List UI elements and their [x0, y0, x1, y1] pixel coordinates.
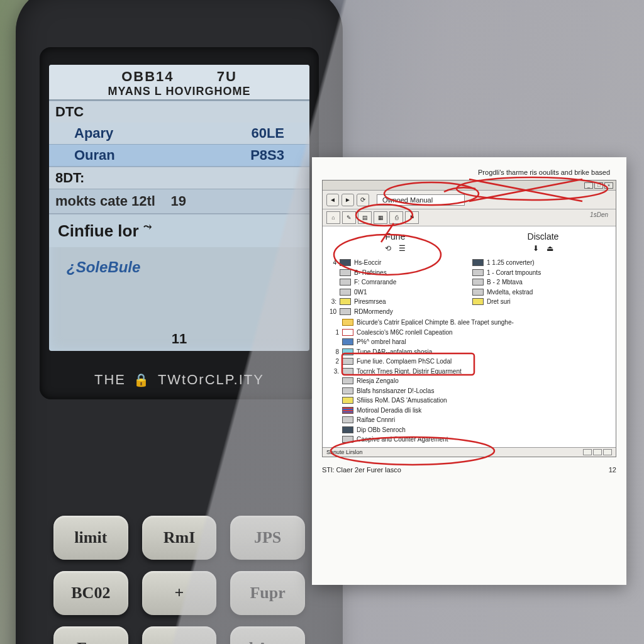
list-item[interactable]: B - 2 Mbtava — [472, 277, 611, 287]
key-rmi[interactable]: RmI — [142, 516, 217, 560]
maximize-icon[interactable]: □ — [594, 182, 603, 189]
page-footer: STl: Claer 2er Furer lasco 12 — [322, 466, 616, 474]
list-item[interactable]: 0W1 — [328, 287, 466, 297]
mokts-row: mokts cate 12tl 19 — [49, 189, 309, 214]
address-field[interactable]: Ownoed Manual — [377, 194, 465, 206]
device-keypad: limit RmI JPS BC02 + Fupr Fup l App — [53, 516, 305, 644]
dtc-row2-right: P8S3 — [250, 147, 284, 164]
key-jps[interactable]: JPS — [230, 516, 305, 560]
list-item[interactable]: 8Tune DAR--anfalam shosia — [328, 347, 611, 357]
list-item[interactable]: 10RDMormendy — [328, 307, 466, 317]
lock-icon: 🔒 — [133, 372, 150, 387]
list-item[interactable]: Dip OBb Senroch — [328, 425, 611, 435]
list-item[interactable]: Sfiiiss RoM. DAS 'Amusatication — [328, 396, 611, 406]
window-titlebar: _ □ × — [323, 180, 616, 191]
right-list: 1 1.25 converter)1 - Corart tmpountsB - … — [472, 258, 611, 316]
list-item[interactable]: 3.Tocrnk Trnes Rignt. Distrir Equarment — [328, 367, 611, 377]
footer-page-number: 12 — [609, 466, 616, 474]
status-text: Sanute Lirslon — [326, 449, 363, 455]
filter-icon[interactable]: ☰ — [399, 244, 406, 253]
key-bc02[interactable]: BC02 — [53, 571, 128, 615]
list-item[interactable]: 4Hs-Eoccir — [328, 258, 466, 268]
tool-6[interactable]: ⚑ — [405, 211, 419, 224]
forward-button[interactable]: ► — [341, 194, 354, 206]
device-bezel: OBB14 7U MYANS L HOVIRGHOME DTC Apary 60… — [40, 47, 319, 399]
minimize-icon[interactable]: _ — [584, 182, 593, 189]
device-watermark: THE 🔒 TWtOrCLP.ITY — [40, 372, 319, 388]
close-icon[interactable]: × — [604, 182, 613, 189]
tool-1[interactable]: ⌂ — [326, 211, 340, 224]
col2-header: Disclate ⬇ ⏏ — [475, 231, 611, 253]
key-fup[interactable]: Fup — [53, 626, 128, 644]
list-item[interactable]: 3:Piresmrsea — [328, 297, 466, 307]
toolbar-brand: 1sDen — [590, 211, 612, 224]
device-screen: OBB14 7U MYANS L HOVIRGHOME DTC Apary 60… — [49, 65, 309, 351]
tool-5[interactable]: ⎙ — [389, 211, 403, 224]
software-window: _ □ × ◄ ► ⟳ Ownoed Manual ⌂ ✎ ▤ ▦ ⎙ ⚑ 1s… — [322, 180, 616, 457]
tools-toolbar: ⌂ ✎ ▤ ▦ ⎙ ⚑ 1sDen — [323, 209, 616, 226]
key-blank[interactable] — [142, 626, 217, 644]
mokts-left: mokts cate 12tl — [55, 193, 155, 209]
list-item[interactable]: P%^ ombrel haral — [328, 337, 611, 347]
solebule-label: ¿SoleBule — [49, 247, 309, 287]
list-item[interactable]: Bicurde's Catrir Epalicel Chimpte B. ale… — [328, 318, 611, 328]
refresh-icon[interactable]: ⟲ — [385, 244, 391, 253]
list-item[interactable]: Rlesja Zengalo — [328, 376, 611, 386]
cinfue-label: Cinfiue lor ⤳ — [49, 214, 309, 247]
status-bar: Sanute Lirslon — [323, 447, 616, 457]
tool-4[interactable]: ▦ — [374, 211, 387, 224]
list-item[interactable]: 2Fune liue. Complaem PhSC Lodal — [328, 357, 611, 367]
list-item[interactable]: Blafs hsnslsanzer D!-Loclas — [328, 386, 611, 396]
list-item[interactable]: Dret suri — [472, 297, 611, 307]
dtc-row1-right: 60LE — [251, 125, 284, 142]
dtc-row-1: Apary 60LE — [49, 123, 309, 144]
refresh-button[interactable]: ⟳ — [357, 194, 369, 206]
screen-page-number: 11 — [49, 331, 309, 347]
manual-page: Progdli's tharme ris ooulits and brike b… — [312, 157, 626, 585]
key-fupr[interactable]: Fupr — [230, 571, 305, 615]
long-item-list: Bicurde's Catrir Epalicel Chimpte B. ale… — [328, 318, 611, 445]
page-headline: Progdli's tharme ris ooulits and brike b… — [322, 169, 616, 176]
key-limit[interactable]: limit — [53, 516, 128, 560]
dtc-row-2[interactable]: Ouran P8S3 — [49, 144, 309, 167]
list-item[interactable]: 1Coalescio's M6C ronlell Capeation — [328, 328, 611, 338]
arrow-icon: ⤳ — [143, 221, 152, 232]
section-8dt-label: 8DT: — [49, 167, 309, 189]
screen-title-suffix: 7U — [217, 69, 237, 84]
mokts-right: 19 — [170, 193, 186, 209]
list-item[interactable]: F: Comrarande — [328, 277, 466, 287]
list-item[interactable]: B- Rafsines — [328, 268, 466, 278]
col1-header: Fune ⟲ ☰ — [328, 231, 463, 253]
list-item[interactable]: Mvdelta, ekstrad — [472, 287, 611, 297]
screen-title-code: OBB14 — [121, 69, 174, 84]
list-item[interactable]: Raifae Cnnnri — [328, 415, 611, 425]
tool-2[interactable]: ✎ — [342, 211, 356, 224]
left-list: 4Hs-EoccirB- RafsinesF: Comrarande0W13:P… — [328, 258, 466, 316]
status-box-2 — [593, 449, 602, 455]
column-headers: Fune ⟲ ☰ Disclate ⬇ ⏏ — [328, 231, 611, 253]
screen-subtitle: MYANS L HOVIRGHOME — [49, 85, 309, 98]
list-item[interactable]: 1 1.25 converter) — [472, 258, 611, 268]
key-plus[interactable]: + — [142, 571, 217, 615]
window-content: Fune ⟲ ☰ Disclate ⬇ ⏏ 4Hs-EoccirB- Rafsi… — [323, 226, 616, 447]
list-item[interactable]: 1 - Corart tmpounts — [472, 268, 611, 278]
dtc-row1-left: Apary — [74, 125, 113, 142]
list-item[interactable]: Motiroal Deradia dli lisk — [328, 406, 611, 416]
eject-icon[interactable]: ⏏ — [547, 244, 553, 253]
section-dtc-label: DTC — [49, 101, 309, 123]
key-app[interactable]: l App — [230, 626, 305, 644]
scanner-device: OBB14 7U MYANS L HOVIRGHOME DTC Apary 60… — [16, 0, 343, 644]
list-item[interactable]: Caopive and Counter Agarement — [328, 435, 611, 445]
footer-left: STl: Claer 2er Furer lasco — [322, 466, 401, 474]
status-box-3 — [603, 449, 612, 455]
back-button[interactable]: ◄ — [326, 194, 339, 206]
dtc-row2-left: Ouran — [74, 147, 115, 164]
screen-header: OBB14 7U MYANS L HOVIRGHOME — [49, 65, 309, 101]
status-indicators — [583, 449, 612, 455]
status-box-1 — [583, 449, 592, 455]
navigation-toolbar: ◄ ► ⟳ Ownoed Manual — [323, 191, 616, 209]
tool-3[interactable]: ▤ — [358, 211, 372, 224]
download-icon[interactable]: ⬇ — [533, 244, 539, 253]
